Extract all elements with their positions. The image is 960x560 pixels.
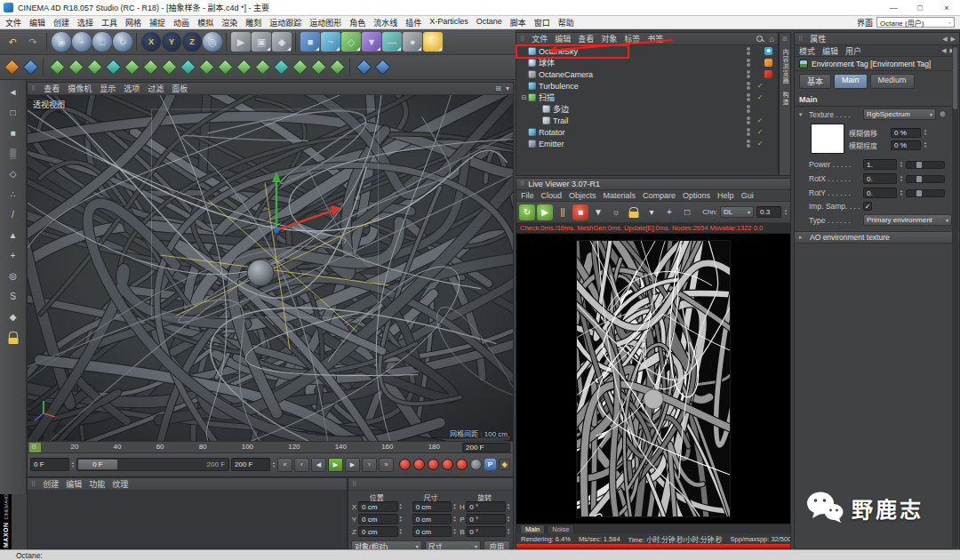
nav-left-icon[interactable]: ◀: [941, 47, 946, 54]
record-parameter-button[interactable]: [470, 459, 482, 470]
axis-mode-icon[interactable]: +: [3, 247, 24, 265]
material-menu-item[interactable]: 编辑: [66, 478, 82, 490]
field-spinner[interactable]: ▲▼: [399, 528, 403, 535]
redo-icon[interactable]: ↷: [23, 32, 43, 52]
ruler-end-frame-field[interactable]: 200 F: [462, 443, 510, 452]
polygons-mode-icon[interactable]: ▲: [3, 227, 24, 244]
move-tool-icon[interactable]: +: [72, 32, 92, 52]
coords-field[interactable]: 0 °: [466, 526, 506, 537]
field-spinner[interactable]: ▲▼: [507, 528, 510, 535]
live-viewer-menu-item[interactable]: Objects: [569, 191, 596, 200]
menu-item[interactable]: 窗口: [534, 17, 550, 28]
viewport-menu-icon[interactable]: ▾: [506, 84, 509, 92]
material-menu-item[interactable]: 纹理: [112, 478, 128, 490]
add-light-icon[interactable]: *: [423, 32, 443, 52]
attribute-tab[interactable]: Main: [834, 74, 868, 89]
viewport-menu-item[interactable]: 显示: [100, 83, 116, 94]
object-name[interactable]: Rotator: [539, 128, 745, 137]
viewer-tab[interactable]: Main: [520, 524, 545, 533]
model-mode-icon[interactable]: ■: [3, 124, 24, 142]
object-tag-icon[interactable]: [764, 105, 772, 113]
menu-item[interactable]: 帮助: [558, 17, 574, 28]
points-mode-icon[interactable]: ∴: [3, 186, 24, 204]
goto-end-button[interactable]: »: [379, 458, 394, 472]
xparticles-extra-icon[interactable]: [355, 59, 372, 76]
coords-field[interactable]: 0 cm: [358, 514, 398, 524]
object-name[interactable]: Turbulence: [539, 82, 745, 91]
goto-start-button[interactable]: «: [277, 458, 292, 472]
object-name[interactable]: 多边: [553, 103, 745, 115]
object-row-nside[interactable]: 多边: [516, 103, 778, 115]
attribute-tab[interactable]: Medium: [870, 74, 915, 89]
menu-item[interactable]: 编辑: [29, 17, 45, 28]
xparticles-tool-icon[interactable]: [309, 59, 327, 76]
field-spinner[interactable]: ▲▼: [452, 528, 456, 535]
frame-spinner[interactable]: ▲▼: [71, 461, 75, 468]
visibility-dots[interactable]: [745, 59, 752, 67]
add-environment-icon[interactable]: —: [382, 32, 402, 52]
close-button[interactable]: ×: [933, 0, 960, 16]
visibility-dots[interactable]: [745, 116, 752, 124]
timeline-slider[interactable]: 0 F 200 F: [76, 458, 229, 471]
visibility-dots[interactable]: [745, 47, 752, 55]
viewport-toggle-icon[interactable]: ⊞: [495, 84, 501, 92]
xparticles-tool-icon[interactable]: [179, 59, 196, 76]
x-axis-lock-button[interactable]: X: [141, 32, 161, 52]
expand-toggle-icon[interactable]: ⊟: [520, 94, 528, 101]
object-name[interactable]: 球体: [539, 57, 745, 68]
xparticles-tool-icon[interactable]: [328, 59, 346, 76]
coords-field[interactable]: 0 cm: [412, 526, 452, 537]
channel-spinner[interactable]: ▲▼: [784, 209, 788, 216]
prev-key-button[interactable]: ‹: [294, 458, 309, 472]
end-frame-field[interactable]: 200 F: [231, 458, 270, 471]
coordinate-system-button[interactable]: ◎: [203, 32, 222, 52]
channel-value-field[interactable]: 0.3: [756, 206, 781, 218]
menu-item[interactable]: 捕捉: [149, 17, 165, 28]
field-spinner[interactable]: ▲▼: [452, 503, 456, 510]
viewport-menu-item[interactable]: 查看: [44, 83, 60, 94]
menu-item[interactable]: 动画: [173, 17, 189, 28]
layout-dropdown[interactable]: Octane (用户)▾: [876, 17, 955, 28]
coords-field[interactable]: 0 °: [466, 514, 506, 524]
object-name[interactable]: Emitter: [539, 140, 745, 148]
object-row-trail[interactable]: Trail ✓: [516, 115, 778, 126]
object-menu-item[interactable]: 书签: [647, 33, 663, 44]
object-menu-item[interactable]: 文件: [532, 33, 548, 44]
live-viewer-menu-item[interactable]: Help: [717, 191, 734, 200]
expand-arrow-icon[interactable]: ▾: [799, 111, 806, 118]
rotate-tool-icon[interactable]: ↻: [113, 32, 132, 52]
scale-tool-icon[interactable]: □: [92, 32, 112, 52]
object-row-rotator[interactable]: Rotator ✓: [516, 126, 778, 138]
current-frame-field[interactable]: 0 F: [30, 458, 69, 471]
enable-check-icon[interactable]: ✓: [756, 82, 764, 90]
render-view[interactable]: [516, 234, 790, 524]
coords-field[interactable]: 0 cm: [358, 501, 398, 512]
menu-item[interactable]: 雕刻: [245, 17, 261, 28]
record-position-button[interactable]: [428, 459, 439, 470]
attribute-menu-item[interactable]: 编辑: [822, 45, 838, 57]
lv-lock-resolution-icon[interactable]: [626, 204, 642, 220]
xparticles-tool-icon[interactable]: [291, 59, 308, 76]
object-name[interactable]: OctaneCamera: [539, 70, 745, 79]
autokey-button[interactable]: [413, 459, 425, 470]
viewport-solo-icon[interactable]: ◎: [3, 268, 24, 285]
field-spinner[interactable]: ▲▼: [924, 129, 927, 136]
timeline-ruler[interactable]: 020406080100120140160180 200 F: [28, 441, 513, 453]
xparticles-tool-icon[interactable]: [197, 59, 215, 76]
object-name[interactable]: OctaneSky: [539, 47, 745, 56]
menu-item[interactable]: 工具: [101, 17, 117, 28]
coords-field[interactable]: 0 cm: [412, 501, 452, 512]
material-menu-item[interactable]: 创建: [43, 478, 59, 490]
live-viewer-menu-item[interactable]: Compare: [643, 191, 676, 200]
visibility-dots[interactable]: [745, 105, 752, 113]
record-scale-button[interactable]: [442, 459, 453, 470]
value-slider[interactable]: [906, 175, 945, 183]
field-spinner[interactable]: ▲▼: [399, 503, 403, 510]
end-frame-spinner[interactable]: ▲▼: [272, 461, 276, 468]
xparticles-tool-icon[interactable]: [216, 59, 234, 76]
panel-grip-icon[interactable]: ⠿: [31, 481, 36, 488]
snap-enable-icon[interactable]: S: [3, 288, 24, 306]
environment-type-dropdown[interactable]: Primary environment▾: [863, 214, 952, 226]
xparticles-tool-icon[interactable]: [123, 59, 140, 76]
viewport-menu-item[interactable]: 面板: [172, 83, 188, 94]
